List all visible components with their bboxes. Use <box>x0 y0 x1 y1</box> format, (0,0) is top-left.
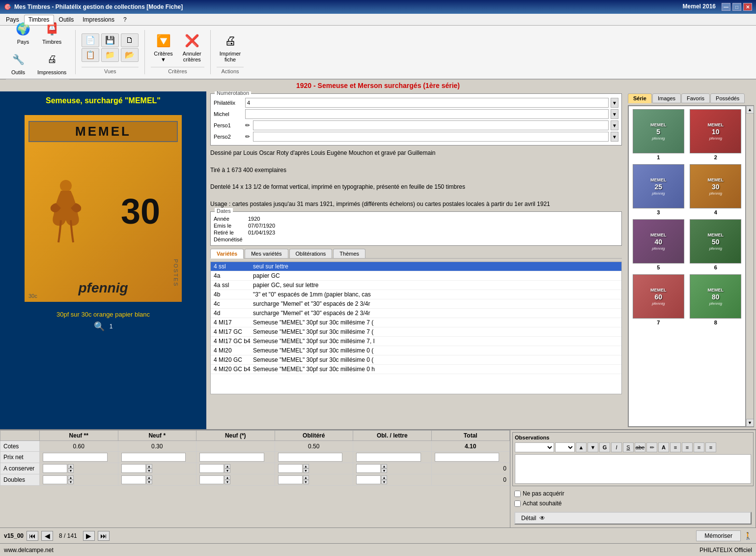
minimize-button[interactable]: — <box>722 3 730 11</box>
obs-size-select[interactable] <box>555 442 575 452</box>
perso2-icon[interactable]: ✏ <box>245 133 250 140</box>
obs-bold-btn[interactable]: G <box>599 442 610 452</box>
doubles-neuf1-input[interactable] <box>121 475 146 484</box>
variety-row-11[interactable]: 4 MI20 GC b4 Semeuse "MEMEL" 30pf sur 30… <box>211 365 621 374</box>
right-tab-possedes[interactable]: Possédés <box>710 93 745 103</box>
scroll-up-arrow[interactable]: ▲ <box>746 106 754 114</box>
prix-net-neuf2[interactable] <box>40 452 118 463</box>
maximize-button[interactable]: □ <box>732 3 741 11</box>
a-conserver-neuf2-up[interactable]: ▲ <box>68 464 74 468</box>
obs-pen-btn[interactable]: ✏ <box>646 442 657 452</box>
obs-justify-btn[interactable]: ≡ <box>705 442 716 452</box>
menu-impressions[interactable]: Impressions <box>79 15 118 24</box>
obs-font-select[interactable] <box>515 442 554 452</box>
variety-row-4[interactable]: 4c surcharge "Memel" et "30" espacés de … <box>211 299 621 309</box>
variety-row-10[interactable]: 4 MI20 GC Semeuse "MEMEL" 30pf sur 30c m… <box>211 355 621 365</box>
perso1-input[interactable] <box>253 120 609 130</box>
a-conserver-neuf0-input[interactable] <box>199 464 224 473</box>
perso2-arrow[interactable]: ▼ <box>611 132 618 142</box>
prix-net-total[interactable] <box>431 452 510 463</box>
doubles-neuf0-input[interactable] <box>199 475 224 484</box>
doubles-neuf2-down[interactable]: ▼ <box>68 480 74 484</box>
zoom-icon[interactable]: 🔍 <box>94 321 105 332</box>
a-conserver-neuf1-input[interactable] <box>121 464 146 473</box>
nav-last-button[interactable]: ⏭ <box>98 531 110 541</box>
doubles-neuf2-up[interactable]: ▲ <box>68 475 74 480</box>
doubles-oblitere-down[interactable]: ▼ <box>303 480 309 484</box>
a-conserver-oblitere[interactable]: ▲ ▼ <box>275 463 353 474</box>
stamp-thumb-5[interactable]: MEMEL 40 pfennig 5 <box>631 218 686 271</box>
stamp-thumb-4[interactable]: MEMEL 30 pfennig 4 <box>688 163 744 216</box>
menu-help[interactable]: ? <box>119 15 131 24</box>
varieties-list[interactable]: 4 ssl seul sur lettre 4a papier GC 4a ss… <box>210 262 622 394</box>
detail-button[interactable]: Détail 👁 <box>514 512 752 525</box>
doubles-oblitere-up[interactable]: ▲ <box>303 475 309 480</box>
toolbar-btn-criteres[interactable]: 🔽 Critères▼ <box>151 30 176 64</box>
vues-btn-3[interactable]: 🗋 <box>121 33 139 47</box>
a-conserver-neuf2[interactable]: ▲ ▼ <box>40 463 118 474</box>
a-conserver-obl-lettre[interactable]: ▲ ▼ <box>353 463 432 474</box>
stamp-thumb-6[interactable]: MEMEL 50 pfennig 6 <box>688 218 744 271</box>
achat-souhaite-checkbox[interactable] <box>514 500 521 507</box>
observations-textarea[interactable] <box>515 454 751 484</box>
obs-align-center-btn[interactable]: ≡ <box>682 442 693 452</box>
right-tab-favoris[interactable]: Favoris <box>681 93 710 103</box>
a-conserver-obl-lettre-up[interactable]: ▲ <box>381 464 387 468</box>
vues-btn-5[interactable]: 📁 <box>101 48 119 62</box>
vues-btn-1[interactable]: 📄 <box>82 33 99 47</box>
nav-first-button[interactable]: ⏮ <box>27 531 38 541</box>
menu-timbres[interactable]: Timbres <box>24 15 54 25</box>
prix-net-total-input[interactable] <box>435 453 500 462</box>
perso2-input[interactable] <box>253 132 609 142</box>
tab-mes-varietes[interactable]: Mes variétés <box>245 249 288 258</box>
prix-net-obl-lettre-input[interactable] <box>356 453 421 462</box>
doubles-neuf2-input[interactable] <box>43 475 67 484</box>
doubles-obl-lettre-down[interactable]: ▼ <box>381 480 387 484</box>
variety-row-9[interactable]: 4 MI20 Semeuse "MEMEL" 30pf sur 30c mill… <box>211 346 621 355</box>
doubles-obl-lettre[interactable]: ▲ ▼ <box>353 474 432 486</box>
obs-align-right-btn[interactable]: ≡ <box>694 442 704 452</box>
variety-row-6[interactable]: 4 MI17 Semeuse "MEMEL" 30pf sur 30c mill… <box>211 318 621 327</box>
a-conserver-neuf1[interactable]: ▲ ▼ <box>118 463 196 474</box>
a-conserver-obl-lettre-input[interactable] <box>356 464 381 473</box>
obs-up-btn[interactable]: ▲ <box>576 442 587 452</box>
variety-row-7[interactable]: 4 MI17 GC Semeuse "MEMEL" 30pf sur 30c m… <box>211 327 621 337</box>
a-conserver-oblitere-down[interactable]: ▼ <box>303 468 309 473</box>
stamp-display[interactable]: MEMEL <box>20 110 187 307</box>
perso1-icon[interactable]: ✏ <box>245 122 250 129</box>
a-conserver-neuf2-down[interactable]: ▼ <box>68 468 74 473</box>
doubles-obl-lettre-input[interactable] <box>356 475 381 484</box>
scroll-bar-right[interactable]: ▲ ▼ <box>746 106 754 427</box>
stamp-thumb-2[interactable]: MEMEL 10 pfennig 2 <box>688 108 744 161</box>
prix-net-obl-lettre[interactable] <box>353 452 432 463</box>
vues-btn-6[interactable]: 📂 <box>121 48 139 62</box>
nav-prev-button[interactable]: ◀ <box>41 531 53 541</box>
variety-row-3[interactable]: 4b "3" et "0" espacés de 1mm (papier bla… <box>211 290 621 299</box>
toolbar-btn-imprimer-fiche[interactable]: 🖨 Imprimerfiche <box>217 30 244 64</box>
a-conserver-obl-lettre-down[interactable]: ▼ <box>381 468 387 473</box>
toolbar-btn-annuler-criteres[interactable]: ❌ Annulercritères <box>180 30 204 64</box>
prix-net-neuf1-input[interactable] <box>121 453 186 462</box>
obs-align-left-btn[interactable]: ≡ <box>670 442 681 452</box>
a-conserver-neuf0-down[interactable]: ▼ <box>224 468 230 473</box>
doubles-neuf0[interactable]: ▲ ▼ <box>196 474 275 486</box>
right-tab-images[interactable]: Images <box>652 93 681 103</box>
doubles-neuf1-up[interactable]: ▲ <box>146 475 152 480</box>
vues-btn-4[interactable]: 📋 <box>82 48 99 62</box>
variety-row-0[interactable]: 4 ssl seul sur lettre <box>211 262 621 271</box>
a-conserver-neuf2-input[interactable] <box>43 464 67 473</box>
michel-input[interactable] <box>245 109 609 119</box>
variety-row-5[interactable]: 4d surcharge "Memel" et "30" espacés de … <box>211 309 621 318</box>
prix-net-neuf0-input[interactable] <box>199 453 264 462</box>
perso1-arrow[interactable]: ▼ <box>611 120 618 130</box>
doubles-neuf1[interactable]: ▲ ▼ <box>118 474 196 486</box>
doubles-neuf0-up[interactable]: ▲ <box>224 475 230 480</box>
obs-down-btn[interactable]: ▼ <box>588 442 598 452</box>
variety-row-1[interactable]: 4a papier GC <box>211 271 621 281</box>
doubles-neuf0-down[interactable]: ▼ <box>224 480 230 484</box>
doubles-oblitere[interactable]: ▲ ▼ <box>275 474 353 486</box>
obs-font-color-btn[interactable]: A <box>658 442 669 452</box>
nav-next-button[interactable]: ▶ <box>83 531 95 541</box>
variety-row-8[interactable]: 4 MI17 GC b4 Semeuse "MEMEL" 30pf sur 30… <box>211 337 621 346</box>
tab-themes[interactable]: Thèmes <box>333 249 365 258</box>
